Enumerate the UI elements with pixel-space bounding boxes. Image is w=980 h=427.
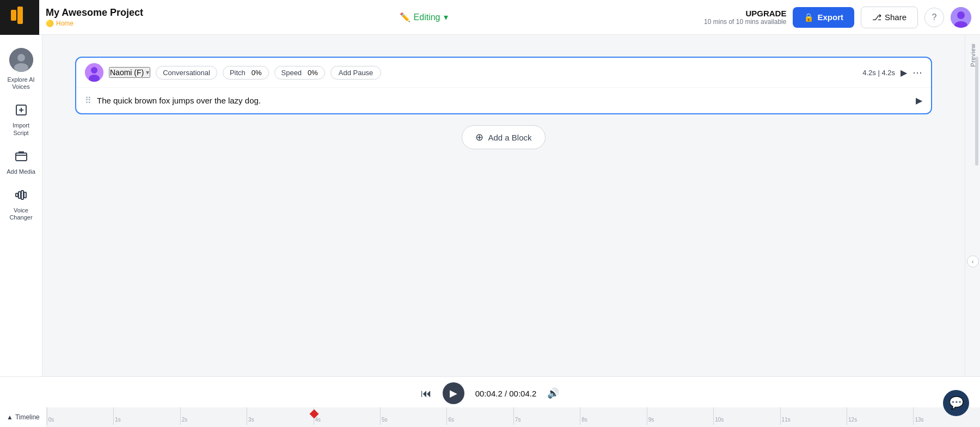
breadcrumb[interactable]: 🟡 Home (46, 20, 143, 27)
play-pause-button[interactable]: ▶ (443, 382, 464, 404)
svg-point-18 (91, 67, 97, 74)
pitch-badge[interactable]: Pitch 0% (223, 66, 269, 80)
voice-avatar (85, 63, 103, 82)
ruler-tick: 1s (113, 407, 180, 425)
pitch-label: Pitch (230, 69, 246, 77)
ruler-tick: 9s (647, 407, 713, 425)
more-options-button[interactable]: ⋯ (912, 66, 922, 78)
ruler-tick: 7s (513, 407, 580, 425)
header-center: ✏️ Editing ▾ (150, 12, 697, 22)
voice-changer-label: Voice Changer (5, 207, 37, 221)
skip-back-button[interactable]: ⏮ (421, 387, 432, 400)
user-avatar[interactable] (951, 7, 971, 28)
explore-label: Explore AI Voices (5, 76, 37, 90)
import-label: Import Script (5, 122, 37, 136)
export-button[interactable]: 🔒 Export (793, 7, 854, 28)
upgrade-sub: 10 mins of 10 mins available (704, 18, 786, 26)
add-block-button[interactable]: ⊕ Add a Block (462, 125, 545, 149)
volume-button[interactable]: 🔊 (547, 387, 559, 399)
sidebar-item-explore[interactable]: Explore AI Voices (2, 44, 40, 95)
ruler-tick: 0s (47, 407, 113, 425)
svg-point-7 (14, 63, 28, 72)
plus-circle-icon: ⊕ (475, 131, 483, 143)
block-header: Naomi (F) ▾ Conversational Pitch 0% Spee… (76, 58, 931, 88)
scrollbar[interactable] (975, 57, 978, 166)
share-button[interactable]: ⎇ Share (861, 7, 918, 28)
speed-value: 0% (308, 69, 318, 77)
drag-handle[interactable]: ⠿ (85, 95, 91, 106)
preview-panel: Preview ‹ (965, 35, 980, 376)
sidebar-item-media[interactable]: Add Media (2, 145, 40, 180)
import-icon (15, 103, 28, 120)
svg-point-3 (957, 11, 965, 19)
preview-collapse-button[interactable]: ‹ (967, 255, 979, 267)
svg-point-6 (17, 54, 25, 62)
style-badge[interactable]: Conversational (156, 66, 217, 80)
add-pause-button[interactable]: Add Pause (330, 66, 382, 80)
svg-rect-11 (16, 153, 27, 161)
ruler-tick: 4s (314, 407, 380, 425)
ruler-tick: 5s (380, 407, 446, 425)
bottom-player: ⏮ ▶ 00:04.2 / 00:04.2 🔊 ▲ Timeline 0s1s2… (0, 376, 980, 427)
sidebar-item-voice-changer[interactable]: Voice Changer (2, 184, 40, 225)
preview-collapse: ‹ (965, 255, 980, 267)
explore-avatar (9, 48, 33, 72)
logo-icon (10, 5, 29, 29)
timeline-ruler: 0s1s2s3s4s5s6s7s8s9s10s11s12s13s (47, 407, 980, 427)
help-button[interactable]: ? (924, 8, 944, 27)
voice-selector[interactable]: Naomi (F) ▾ (109, 67, 150, 78)
add-block-area: ⊕ Add a Block (75, 125, 932, 149)
play-small-button[interactable]: ▶ (901, 68, 907, 78)
share-icon: ⎇ (872, 13, 881, 22)
current-time: 00:04.2 (475, 389, 503, 398)
media-label: Add Media (7, 168, 35, 175)
play-icon: ▶ (450, 387, 457, 399)
ruler-tick: 8s (580, 407, 646, 425)
svg-rect-14 (19, 192, 21, 198)
speed-label: Speed (281, 69, 302, 77)
voice-name: Naomi (F) (110, 68, 144, 77)
block-content: ⠿ The quick brown fox jumps over the laz… (76, 88, 931, 113)
style-label: Conversational (163, 69, 210, 77)
ruler-tick: 10s (713, 407, 780, 425)
ruler-tick: 2s (180, 407, 247, 425)
time-separator: / (505, 389, 509, 398)
help-icon: ? (932, 13, 937, 22)
speed-badge[interactable]: Speed 0% (274, 66, 325, 80)
chat-icon: 💬 (949, 396, 964, 410)
block-card: Naomi (F) ▾ Conversational Pitch 0% Spee… (75, 57, 932, 114)
playhead (314, 407, 315, 427)
duration: 4.2s | 4.2s (862, 69, 895, 77)
editing-label: Editing (414, 13, 440, 22)
ruler-tick: 11s (780, 407, 847, 425)
timeline-area: ▲ Timeline 0s1s2s3s4s5s6s7s8s9s10s11s12s… (0, 407, 980, 427)
breadcrumb-area: My Awesome Project 🟡 Home (46, 7, 143, 27)
time-display: 00:04.2 / 00:04.2 (475, 389, 537, 398)
upgrade-label: UPGRADE (704, 9, 786, 18)
lock-icon: 🔒 (804, 13, 814, 22)
share-label: Share (885, 13, 906, 22)
media-icon (15, 150, 28, 166)
svg-rect-13 (16, 193, 18, 197)
chat-bubble-button[interactable]: 💬 (943, 390, 969, 416)
project-title: My Awesome Project (46, 7, 143, 19)
timeline-toggle[interactable]: ▲ Timeline (0, 407, 47, 427)
content-area: Naomi (F) ▾ Conversational Pitch 0% Spee… (42, 35, 965, 376)
sidebar-item-import[interactable]: Import Script (2, 99, 40, 141)
logo-area (0, 0, 39, 35)
ruler-tick: 12s (847, 407, 913, 425)
timeline-track[interactable]: 0s1s2s3s4s5s6s7s8s9s10s11s12s13s (47, 407, 980, 427)
editing-button[interactable]: ✏️ Editing ▾ (400, 12, 448, 22)
block-play-button[interactable]: ▶ (916, 95, 922, 106)
add-pause-label: Add Pause (339, 69, 373, 77)
total-time: 00:04.2 (509, 389, 536, 398)
add-block-label: Add a Block (488, 133, 531, 142)
chevron-down-icon: ▾ (146, 69, 149, 76)
svg-rect-0 (11, 10, 16, 21)
home-icon: 🟡 (46, 20, 54, 27)
block-text[interactable]: The quick brown fox jumps over the lazy … (97, 96, 910, 105)
svg-rect-16 (24, 192, 26, 198)
svg-rect-15 (21, 191, 23, 199)
sidebar: Explore AI Voices Import Script Add Me (0, 35, 42, 376)
main-layout: Explore AI Voices Import Script Add Me (0, 35, 980, 376)
